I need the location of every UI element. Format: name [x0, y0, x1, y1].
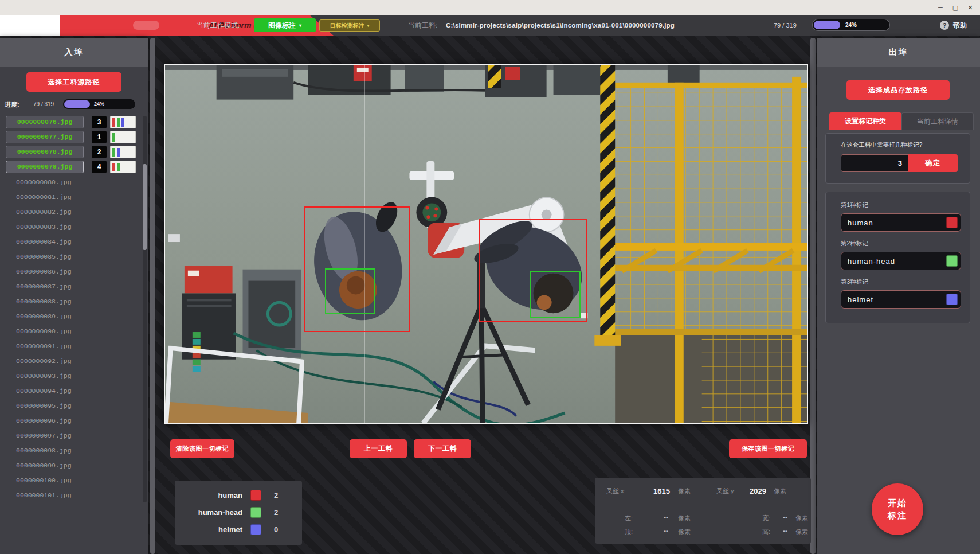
legend-color-swatch [250, 490, 261, 501]
left-divider-scrollbar[interactable] [150, 38, 155, 554]
file-list-item[interactable]: 0000000101.jpg [6, 489, 140, 501]
file-list-item[interactable]: 0000000092.jpg [6, 354, 140, 367]
file-list-item[interactable]: 0000000079.jpg4 [6, 161, 140, 173]
annotation-color-swatches [110, 161, 136, 173]
file-list-item[interactable]: 0000000090.jpg [6, 325, 140, 337]
box-width-label: 宽: [762, 514, 770, 522]
pixel-unit: 像素 [678, 528, 691, 536]
file-name: 0000000084.jpg [6, 238, 72, 245]
output-panel: 出埠 选择成品存放路径 设置标记种类 当前工料详情 在这套工料中需要打几种标记?… [817, 38, 980, 554]
mode-detection-annotation-label: 目标检测标注 [330, 22, 364, 30]
annotation-box-human-head[interactable] [325, 268, 375, 314]
mode-image-annotation-label: 图像标注 [268, 21, 296, 30]
question-mark-icon: ? [940, 21, 949, 30]
app-window: ─▢✕ AI Platform (SAIP) 当前工作模式: 图像标注 ▾ 目标… [0, 0, 980, 554]
label-color-swatch[interactable] [946, 255, 958, 267]
tab-set-label-types[interactable]: 设置标记种类 [829, 112, 901, 130]
annotation-box-human-head[interactable] [530, 271, 581, 318]
pixel-unit: 像素 [795, 514, 808, 522]
file-list-item[interactable]: 0000000086.jpg [6, 265, 140, 278]
label-color-swatch[interactable] [946, 294, 958, 305]
help-button[interactable]: ? 帮助 [940, 15, 967, 36]
scrollbar-thumb[interactable] [143, 164, 147, 250]
file-list-item[interactable]: 0000000095.jpg [6, 399, 140, 412]
file-list-item[interactable]: 0000000087.jpg [6, 280, 140, 292]
previous-item-button[interactable]: 上一工料 [350, 439, 407, 458]
file-list-item[interactable]: 0000000093.jpg [6, 369, 140, 382]
label-name-value: human [841, 219, 946, 227]
label-type-title: 第2种标记 [841, 240, 970, 248]
file-list-item[interactable]: 0000000078.jpg2 [6, 146, 140, 158]
file-name: 0000000079.jpg [6, 161, 84, 173]
save-annotations-button[interactable]: 保存该图一切标记 [729, 439, 807, 458]
select-source-path-button[interactable]: 选择工料源路径 [26, 72, 121, 92]
file-name: 0000000090.jpg [6, 327, 72, 335]
file-list-item[interactable]: 0000000088.jpg [6, 295, 140, 307]
file-name: 0000000094.jpg [6, 387, 72, 395]
progress-label: 进度: [5, 100, 19, 109]
close-button[interactable]: ✕ [963, 4, 978, 11]
label-count-question: 在这套工料中需要打几种标记? [826, 134, 970, 149]
box-left-value: -- [664, 513, 668, 521]
work-mode-label: 当前工作模式: [197, 15, 240, 36]
file-list-item[interactable]: 0000000085.jpg [6, 250, 140, 263]
file-list-item[interactable]: 0000000099.jpg [6, 459, 140, 471]
label-name-input[interactable]: helmet [841, 290, 961, 309]
label-count-box: 在这套工料中需要打几种标记? 3 确定 [825, 133, 970, 184]
crosshair-y-label: 叉丝 y: [716, 487, 736, 496]
file-list-item[interactable]: 0000000097.jpg [6, 429, 140, 442]
legend-count: 0 [274, 525, 278, 534]
window-controls: ─▢✕ [933, 0, 978, 15]
annotation-count-badge: 4 [92, 161, 107, 173]
minimize-button[interactable]: ─ [933, 4, 948, 11]
progress-percent: 24% [813, 22, 889, 28]
file-list-item[interactable]: 0000000098.jpg [6, 444, 140, 457]
start-annotation-button[interactable]: 开始 标注 [872, 483, 923, 535]
file-name: 0000000091.jpg [6, 342, 72, 350]
file-list-scrollbar[interactable] [143, 116, 147, 502]
file-name: 0000000089.jpg [6, 313, 72, 320]
file-name: 0000000100.jpg [6, 477, 72, 484]
file-list: 0000000076.jpg30000000077.jpg10000000078… [0, 116, 140, 502]
label-name-value: human-head [841, 257, 946, 266]
file-list-item[interactable]: 0000000100.jpg [6, 474, 140, 486]
file-list-item[interactable]: 0000000096.jpg [6, 414, 140, 427]
box-top-value: -- [664, 527, 668, 535]
label-name-input[interactable]: human-head [841, 252, 961, 270]
file-list-item[interactable]: 0000000089.jpg [6, 310, 140, 322]
file-list-item[interactable]: 0000000077.jpg1 [6, 131, 140, 143]
hazard-stripe-pole [600, 65, 615, 338]
file-list-item[interactable]: 0000000091.jpg [6, 340, 140, 352]
file-list-item[interactable]: 0000000081.jpg [6, 190, 140, 203]
confirm-button[interactable]: 确定 [908, 154, 958, 172]
mode-image-annotation-button[interactable]: 图像标注 ▾ [254, 18, 316, 32]
progress-count: 79 / 319 [33, 101, 54, 107]
clear-annotations-button[interactable]: 清除该图一切标记 [170, 439, 234, 458]
file-list-item[interactable]: 0000000082.jpg [6, 205, 140, 218]
right-divider-scrollbar[interactable] [810, 38, 816, 554]
next-item-button[interactable]: 下一工料 [414, 439, 471, 458]
crosshair-x-label: 叉丝 x: [606, 487, 626, 496]
box-top-label: 顶: [625, 528, 633, 536]
maximize-button[interactable]: ▢ [948, 4, 963, 11]
coordinate-readout: 叉丝 x: 1615 像素 叉丝 y: 2029 像素 左: -- 像素 宽: … [595, 478, 811, 544]
label-count-input[interactable]: 3 [841, 154, 908, 172]
file-list-item[interactable]: 0000000076.jpg3 [6, 116, 140, 128]
progress-bar: 24% [63, 99, 135, 109]
file-list-item[interactable]: 0000000084.jpg [6, 235, 140, 248]
file-name: 0000000101.jpg [6, 491, 72, 499]
label-color-swatch[interactable] [946, 217, 958, 228]
file-list-item[interactable]: 0000000083.jpg [6, 220, 140, 233]
annotation-count-badge: 3 [92, 116, 107, 128]
label-name-input[interactable]: human [841, 213, 961, 232]
file-list-item[interactable]: 0000000080.jpg [6, 175, 140, 188]
file-name: 0000000081.jpg [6, 193, 72, 201]
annotation-canvas[interactable] [164, 64, 808, 424]
box-width-value: -- [783, 513, 787, 521]
file-list-item[interactable]: 0000000094.jpg [6, 384, 140, 397]
tab-current-item-details[interactable]: 当前工料详情 [901, 112, 974, 130]
file-name: 0000000093.jpg [6, 372, 72, 380]
select-output-path-button[interactable]: 选择成品存放路径 [846, 80, 950, 100]
mode-detection-annotation-button[interactable]: 目标检测标注 ▾ [319, 19, 380, 32]
box-left-label: 左: [625, 514, 633, 522]
